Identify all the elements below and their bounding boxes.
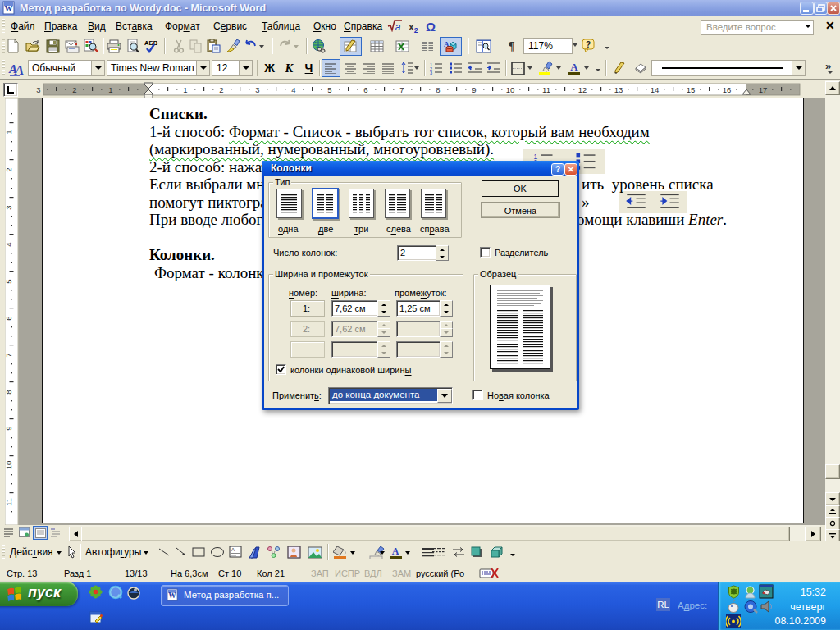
svg-text:7: 7 xyxy=(5,353,13,357)
svg-text:A: A xyxy=(231,547,235,552)
svg-text:2: 2 xyxy=(5,167,13,171)
svg-text:6: 6 xyxy=(363,85,368,94)
svg-text:1: 1 xyxy=(183,85,187,94)
svg-text:A: A xyxy=(14,62,24,76)
svg-text:14: 14 xyxy=(651,85,660,94)
svg-text:?: ? xyxy=(585,40,590,49)
svg-text:A: A xyxy=(570,61,578,73)
svg-text:8: 8 xyxy=(5,390,13,394)
svg-text:АБВ: АБВ xyxy=(144,39,158,47)
svg-text:2: 2 xyxy=(219,85,223,94)
svg-text:1: 1 xyxy=(108,85,112,94)
svg-text:4: 4 xyxy=(291,85,295,94)
svg-text:3: 3 xyxy=(5,205,13,209)
svg-text:A: A xyxy=(392,546,399,557)
svg-text:7: 7 xyxy=(399,85,404,94)
svg-text:17: 17 xyxy=(759,85,768,94)
svg-text:10: 10 xyxy=(5,461,13,470)
svg-text:11: 11 xyxy=(5,498,13,506)
svg-text:3: 3 xyxy=(255,85,259,94)
svg-text:W: W xyxy=(168,591,176,600)
svg-text:16: 16 xyxy=(723,85,732,94)
svg-text:9: 9 xyxy=(5,426,13,430)
svg-text:3: 3 xyxy=(36,85,40,94)
svg-text:8: 8 xyxy=(436,85,440,94)
svg-text:13: 13 xyxy=(614,85,623,94)
svg-text:4: 4 xyxy=(5,242,13,246)
svg-text:9: 9 xyxy=(472,85,476,94)
svg-text:6: 6 xyxy=(5,316,13,320)
svg-text:2: 2 xyxy=(72,85,76,94)
svg-text:15: 15 xyxy=(687,85,696,94)
svg-text:3: 3 xyxy=(430,71,432,75)
svg-text:10: 10 xyxy=(506,85,515,94)
svg-text:5: 5 xyxy=(327,85,331,94)
svg-text:a: a xyxy=(395,21,401,32)
svg-text:12: 12 xyxy=(578,85,587,94)
svg-text:W: W xyxy=(5,4,13,13)
svg-text:11: 11 xyxy=(542,85,550,94)
svg-text:1: 1 xyxy=(5,130,13,134)
svg-text:5: 5 xyxy=(5,279,13,283)
